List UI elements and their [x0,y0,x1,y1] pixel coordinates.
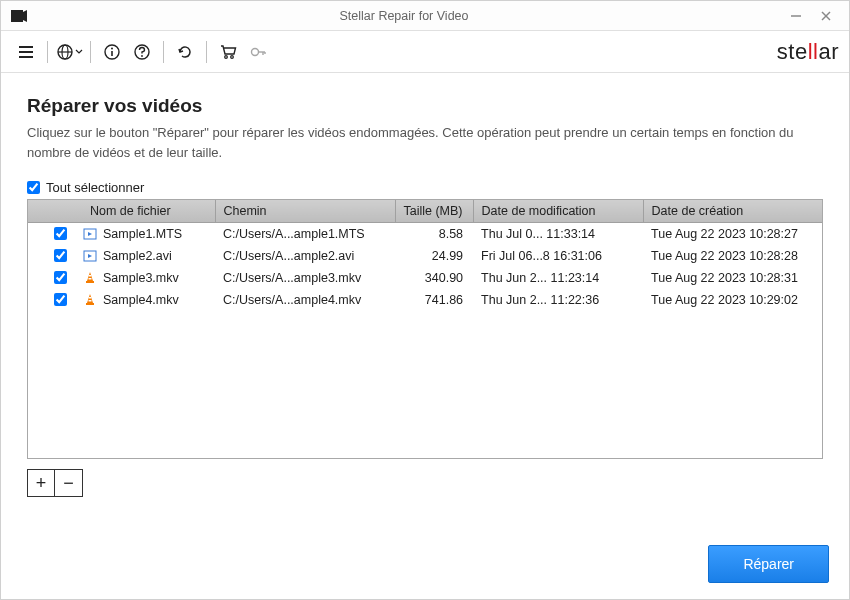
titlebar: Stellar Repair for Video [1,1,849,31]
toolbar-divider [47,41,48,63]
svg-rect-33 [86,303,94,305]
file-path: C:/Users/A...ample1.MTS [215,223,395,245]
video-file-icon [83,249,97,263]
brand-text: ste [777,39,808,64]
table-header-row: Nom de fichier Chemin Taille (MB) Date d… [28,200,822,223]
file-ops: + − [27,469,823,497]
svg-point-17 [231,55,234,58]
table-row[interactable]: Sample4.mkvC:/Users/A...ample4.mkv741.86… [28,289,822,311]
toolbar-divider [90,41,91,63]
file-table: Nom de fichier Chemin Taille (MB) Date d… [27,199,823,459]
info-button[interactable] [97,37,127,67]
svg-rect-0 [11,10,23,22]
file-name: Sample4.mkv [103,293,179,307]
add-file-button[interactable]: + [27,469,55,497]
file-size: 340.90 [395,267,473,289]
file-size: 24.99 [395,245,473,267]
file-path: C:/Users/A...ample3.mkv [215,267,395,289]
remove-file-button[interactable]: − [55,469,83,497]
vlc-icon [83,293,97,307]
select-all-checkbox[interactable]: Tout sélectionner [27,180,823,195]
page-title: Réparer vos vidéos [27,95,823,117]
video-file-icon [83,227,97,241]
menu-button[interactable] [11,37,41,67]
minimize-button[interactable] [781,1,811,31]
table-row[interactable]: Sample1.MTSC:/Users/A...ample1.MTS8.58Th… [28,223,822,245]
language-button[interactable] [54,37,84,67]
file-modified: Thu Jun 2... 11:23:14 [473,267,643,289]
chevron-down-icon [75,48,83,56]
row-checkbox[interactable] [54,227,67,240]
column-header-size[interactable]: Taille (MB) [395,200,473,223]
column-header-path[interactable]: Chemin [215,200,395,223]
page-description: Cliquez sur le bouton "Réparer" pour rép… [27,123,823,162]
column-header-created[interactable]: Date de création [643,200,822,223]
svg-point-15 [141,55,143,57]
brand-logo: stellar [777,39,839,65]
repair-button[interactable]: Réparer [708,545,829,583]
file-modified: Thu Jul 0... 11:33:14 [473,223,643,245]
footer: Réparer [1,531,849,599]
file-modified: Thu Jun 2... 11:22:36 [473,289,643,311]
main-content: Réparer vos vidéos Cliquez sur le bouton… [1,73,849,497]
file-name: Sample2.avi [103,249,172,263]
app-icon [9,7,27,25]
toolbar: stellar [1,31,849,73]
window-title: Stellar Repair for Video [27,9,781,23]
file-created: Tue Aug 22 2023 10:29:02 [643,289,822,311]
file-path: C:/Users/A...ample2.avi [215,245,395,267]
row-checkbox[interactable] [54,293,67,306]
column-header-name[interactable]: Nom de fichier [28,200,215,223]
close-button[interactable] [811,1,841,31]
file-path: C:/Users/A...ample4.mkv [215,289,395,311]
table-row[interactable]: Sample2.aviC:/Users/A...ample2.avi24.99F… [28,245,822,267]
svg-rect-29 [86,281,94,283]
row-checkbox[interactable] [54,271,67,284]
file-created: Tue Aug 22 2023 10:28:31 [643,267,822,289]
key-button[interactable] [243,37,273,67]
svg-rect-31 [89,297,91,299]
vlc-icon [83,271,97,285]
svg-point-18 [252,48,259,55]
svg-point-16 [225,55,228,58]
file-modified: Fri Jul 06...8 16:31:06 [473,245,643,267]
file-created: Tue Aug 22 2023 10:28:27 [643,223,822,245]
svg-rect-28 [89,278,92,280]
toolbar-divider [206,41,207,63]
brand-text-accent: ll [808,39,819,64]
file-size: 741.86 [395,289,473,311]
svg-point-12 [111,47,113,49]
column-header-modified[interactable]: Date de modification [473,200,643,223]
row-checkbox[interactable] [54,249,67,262]
help-button[interactable] [127,37,157,67]
toolbar-divider [163,41,164,63]
file-name: Sample1.MTS [103,227,182,241]
select-all-label: Tout sélectionner [46,180,144,195]
svg-rect-27 [89,275,91,277]
file-name: Sample3.mkv [103,271,179,285]
cart-button[interactable] [213,37,243,67]
table-row[interactable]: Sample3.mkvC:/Users/A...ample3.mkv340.90… [28,267,822,289]
file-size: 8.58 [395,223,473,245]
brand-text: ar [818,39,839,64]
file-created: Tue Aug 22 2023 10:28:28 [643,245,822,267]
refresh-button[interactable] [170,37,200,67]
svg-rect-32 [89,300,92,302]
select-all-input[interactable] [27,181,40,194]
